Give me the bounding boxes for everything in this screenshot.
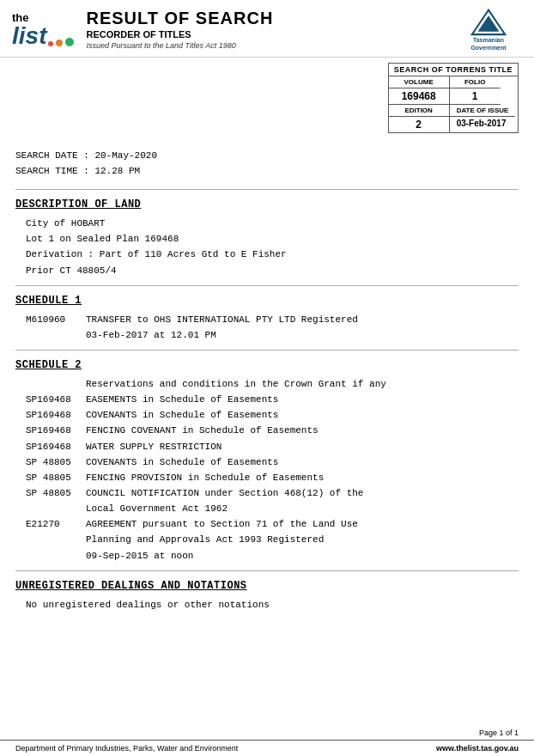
folio-value: 1 <box>449 88 501 105</box>
s2-line-5: SP 48805 COVENANTS in Schedule of Easeme… <box>26 454 519 470</box>
unregistered-heading: UNREGISTERED DEALINGS AND NOTATIONS <box>15 580 519 592</box>
search-info: SEARCH DATE : 20-May-2020 SEARCH TIME : … <box>15 149 519 179</box>
header-title-block: RESULT OF SEARCH RECORDER OF TITLES Issu… <box>86 9 273 50</box>
s2-line-4: SP169468 WATER SUPPLY RESTRICTION <box>26 439 519 454</box>
s2-desc-0: Reservations and conditions in the Crown… <box>86 376 519 392</box>
header-left: the list RESULT OF SEARCH RECORDER OF TI… <box>12 9 273 50</box>
footer: Department of Primary Industries, Parks,… <box>0 740 534 756</box>
s2-line-1: SP169468 EASEMENTS in Schedule of Easeme… <box>26 392 519 407</box>
volume-label: VOLUME <box>389 76 449 88</box>
desc-line-2: Lot 1 on Sealed Plan 169468 <box>26 231 519 247</box>
logo-dot-orange <box>56 40 63 46</box>
svg-marker-1 <box>477 15 499 31</box>
date-label: DATE OF ISSUE <box>449 105 516 117</box>
torrens-section: SEARCH OF TORRENS TITLE VOLUME FOLIO 169… <box>0 63 534 133</box>
desc-line-1: City of HOBART <box>26 216 519 231</box>
s2-ref-1: SP169468 <box>26 392 86 407</box>
schedule1-entry-1: M610960 TRANSFER to OHS INTERNATIONAL PT… <box>26 312 519 327</box>
divider-2 <box>15 285 519 286</box>
folio-label: FOLIO <box>449 76 501 88</box>
description-heading: DESCRIPTION OF LAND <box>15 198 519 210</box>
s2-line-6: SP 48805 FENCING PROVISION in Schedule o… <box>26 470 519 485</box>
s2-line-8: Local Government Act 1962 <box>26 501 519 516</box>
divider-3 <box>15 350 519 351</box>
s2-desc-1: EASEMENTS in Schedule of Easements <box>86 392 519 407</box>
schedule1-desc-1: TRANSFER to OHS INTERNATIONAL PTY LTD Re… <box>86 312 519 327</box>
tas-gov-label: Tasmanian Government <box>470 36 506 52</box>
schedule1-content: M610960 TRANSFER to OHS INTERNATIONAL PT… <box>15 312 519 343</box>
s2-line-9: E21270 AGREEMENT pursuant to Section 71 … <box>26 516 519 532</box>
s2-ref-4: SP169468 <box>26 439 86 454</box>
s2-line-2: SP169468 COVENANTS in Schedule of Easeme… <box>26 407 519 423</box>
divider-1 <box>15 189 519 190</box>
torrens-title: SEARCH OF TORRENS TITLE <box>389 64 518 76</box>
schedule1-section: SCHEDULE 1 M610960 TRANSFER to OHS INTER… <box>15 295 519 343</box>
s2-desc-2: COVENANTS in Schedule of Easements <box>86 407 519 423</box>
torrens-row-edition-values: 2 03-Feb-2017 <box>389 117 518 132</box>
header-issued: Issued Pursuant to the Land Titles Act 1… <box>86 41 273 50</box>
header-right: Tasmanian Government <box>458 9 519 52</box>
header: the list RESULT OF SEARCH RECORDER OF TI… <box>0 0 534 58</box>
footer-right-text: www.thelist.tas.gov.au <box>436 744 519 753</box>
schedule1-heading: SCHEDULE 1 <box>15 295 519 307</box>
s2-line-10: Planning and Approvals Act 1993 Register… <box>26 532 519 547</box>
logo-list-text: list <box>12 24 46 48</box>
s2-desc-4: WATER SUPPLY RESTRICTION <box>86 439 519 454</box>
s2-line-0: Reservations and conditions in the Crown… <box>26 376 519 392</box>
desc-line-4: Prior CT 48805/4 <box>26 263 519 278</box>
unregistered-text: No unregistered dealings or other notati… <box>26 597 519 613</box>
edition-value: 2 <box>389 117 449 132</box>
s2-ref-0 <box>26 376 86 392</box>
logo-dots <box>48 38 74 46</box>
date-value: 03-Feb-2017 <box>449 117 513 132</box>
s2-desc-5: COVENANTS in Schedule of Easements <box>86 454 519 470</box>
s2-ref-9: E21270 <box>26 516 86 532</box>
header-subtitle: RECORDER OF TITLES <box>86 29 273 40</box>
s2-ref-3: SP169468 <box>26 423 86 438</box>
s2-ref-2: SP169468 <box>26 407 86 423</box>
desc-line-3: Derivation : Part of 110 Acres Gtd to E … <box>26 247 519 262</box>
header-title: RESULT OF SEARCH <box>86 9 273 28</box>
tas-logo-svg <box>467 9 510 36</box>
torrens-row-edition-labels: EDITION DATE OF ISSUE <box>389 105 518 117</box>
s2-desc-9: AGREEMENT pursuant to Section 71 of the … <box>86 516 519 532</box>
schedule2-content: Reservations and conditions in the Crown… <box>15 376 519 564</box>
main-content: SEARCH DATE : 20-May-2020 SEARCH TIME : … <box>0 133 534 621</box>
description-content: City of HOBART Lot 1 on Sealed Plan 1694… <box>15 216 519 278</box>
schedule2-section: SCHEDULE 2 Reservations and conditions i… <box>15 359 519 564</box>
s2-line-11: 09-Sep-2015 at noon <box>26 548 519 564</box>
s2-line-3: SP169468 FENCING COVENANT in Schedule of… <box>26 423 519 438</box>
s2-ref-7: SP 48805 <box>26 485 86 501</box>
search-time: SEARCH TIME : 12.28 PM <box>15 164 519 180</box>
search-date: SEARCH DATE : 20-May-2020 <box>15 149 519 164</box>
unregistered-content: No unregistered dealings or other notati… <box>15 597 519 613</box>
torrens-box: SEARCH OF TORRENS TITLE VOLUME FOLIO 169… <box>388 63 519 133</box>
logo-dot-red <box>48 41 53 46</box>
footer-left-text: Department of Primary Industries, Parks,… <box>15 744 238 753</box>
s2-desc-7: COUNCIL NOTIFICATION under Section 468(1… <box>86 485 519 501</box>
edition-label: EDITION <box>389 105 449 117</box>
schedule2-heading: SCHEDULE 2 <box>15 359 519 371</box>
torrens-row-labels: VOLUME FOLIO <box>389 76 518 88</box>
divider-4 <box>15 570 519 571</box>
s2-line-7: SP 48805 COUNCIL NOTIFICATION under Sect… <box>26 485 519 501</box>
logo-container: the list <box>12 11 74 48</box>
description-section: DESCRIPTION OF LAND City of HOBART Lot 1… <box>15 198 519 278</box>
logo-dot-green <box>65 38 74 46</box>
tasmanian-government-logo: Tasmanian Government <box>458 9 519 52</box>
s2-ref-6: SP 48805 <box>26 470 86 485</box>
s2-ref-5: SP 48805 <box>26 454 86 470</box>
volume-value: 169468 <box>389 88 449 105</box>
page: the list RESULT OF SEARCH RECORDER OF TI… <box>0 0 534 756</box>
torrens-row-vol-folio: 169468 1 <box>389 88 518 105</box>
schedule1-continuation-1: 03-Feb-2017 at 12.01 PM <box>26 327 519 343</box>
s2-desc-3: FENCING COVENANT in Schedule of Easement… <box>86 423 519 438</box>
unregistered-section: UNREGISTERED DEALINGS AND NOTATIONS No u… <box>15 580 519 613</box>
page-number: Page 1 of 1 <box>479 729 519 737</box>
schedule1-ref-1: M610960 <box>26 312 86 327</box>
s2-desc-6: FENCING PROVISION in Schedule of Easemen… <box>86 470 519 485</box>
